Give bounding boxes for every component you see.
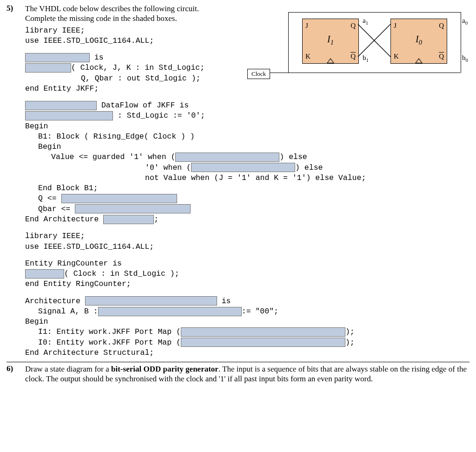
blank-arch2[interactable]	[85, 296, 217, 306]
code-line: End Architecture ;	[25, 214, 469, 225]
label-q: Q	[350, 22, 356, 30]
clock-label: Clock	[247, 69, 270, 79]
code-line: Begin	[25, 317, 469, 327]
blank-port2[interactable]	[25, 269, 64, 279]
blank-map0[interactable]	[181, 338, 345, 347]
flipflop-i0: J Q K Q I0	[390, 19, 447, 64]
code-line: not Value when (J = '1' and K = '1') els…	[25, 173, 469, 183]
code-line: Signal A, B ::= "00";	[25, 306, 469, 317]
blank-q-assign[interactable]	[61, 194, 177, 203]
label-a1: a1	[363, 17, 368, 26]
label-b0: b0	[462, 54, 468, 63]
code-line: end Entity RingCounter;	[25, 279, 469, 289]
label-a0: a0	[462, 17, 468, 26]
label-q: Q	[439, 22, 444, 30]
code-line: B1: Block ( Rising_Edge( Clock ) )	[25, 132, 469, 142]
code-line: I0: Entity work.JKFF Port Map ();	[25, 338, 469, 348]
label-k: K	[394, 53, 399, 60]
code-line: Begin	[25, 142, 469, 152]
blank-qbar-assign[interactable]	[75, 204, 191, 213]
code-line: end Entity JKFF;	[25, 84, 469, 94]
code-line: use IEEE.STD_LOGIC_1164.ALL;	[25, 242, 469, 252]
label-j: J	[305, 22, 308, 30]
blank-cond1[interactable]	[175, 153, 279, 162]
label-b1: b1	[363, 54, 369, 63]
label-qbar: Q	[439, 53, 444, 60]
question-5-number: 5)	[7, 4, 25, 13]
code-line: Begin	[25, 121, 469, 132]
code-line: DataFlow of JKFF is	[25, 100, 469, 111]
label-j: J	[394, 22, 397, 30]
blank-map1[interactable]	[181, 327, 345, 337]
blank-archname[interactable]	[103, 215, 154, 224]
label-i1: I1	[303, 34, 358, 47]
code-line: Architecture is	[25, 296, 469, 306]
code-line: End Block B1;	[25, 183, 469, 193]
code-line: '0' when () else	[25, 163, 469, 173]
label-qbar: Q	[350, 53, 356, 60]
blank-sigtype[interactable]	[98, 307, 242, 316]
code-line: : Std_Logic := '0';	[25, 111, 469, 121]
code-line: library IEEE;	[25, 231, 469, 241]
code-line: Value <= guarded '1' when () else	[25, 152, 469, 162]
code-line: Q <=	[25, 193, 469, 204]
code-line: Qbar <=	[25, 204, 469, 214]
blank-port[interactable]	[25, 63, 71, 73]
code-line: Entity RingCounter is	[25, 259, 469, 269]
flipflop-i1: J Q K Q I1	[302, 19, 359, 64]
question-6-text: Draw a state diagram for a bit-serial OD…	[25, 364, 469, 384]
question-6-number: 6)	[7, 364, 25, 373]
blank-signal[interactable]	[25, 111, 113, 120]
circuit-diagram: J Q K Q I1 J Q K Q I0 a1 b1 a0 b0 Clock	[270, 9, 469, 84]
label-i0: I0	[391, 34, 447, 47]
code-line: End Architecture Structural;	[25, 348, 469, 358]
label-k: K	[305, 53, 311, 60]
blank-entity[interactable]	[25, 53, 90, 62]
q6-bold: bit-serial ODD parity generator	[111, 365, 218, 373]
blank-architecture[interactable]	[25, 101, 97, 110]
code-line: ( Clock : in Std_Logic );	[25, 269, 469, 279]
blank-cond0[interactable]	[191, 163, 295, 172]
code-line: I1: Entity work.JKFF Port Map ();	[25, 327, 469, 337]
